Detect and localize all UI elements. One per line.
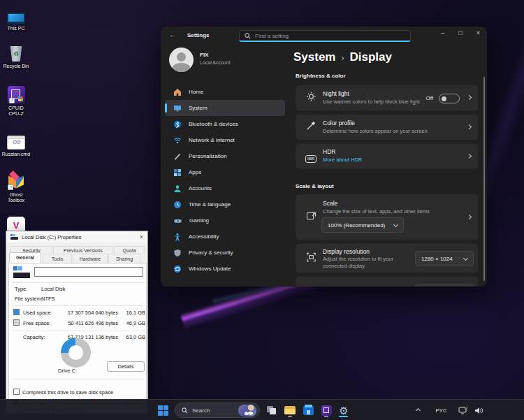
dialog-close-button[interactable]: × [140,233,143,240]
used-space-bytes: 17 307 504 640 bytes [54,310,118,316]
sidebar-item-apps[interactable]: Apps [165,164,285,180]
desktop-icon-recycle-bin[interactable]: ♻ Recycle Bin [0,42,32,69]
tab-sharing[interactable]: Sharing [108,254,140,263]
network-icon[interactable] [458,407,467,414]
card-subtitle: Change the size of text, apps, and other… [323,208,430,215]
person-icon [173,184,182,193]
volume-label-input[interactable] [34,267,143,277]
cpuz-taskbar-button[interactable] [319,403,334,418]
free-space-bytes: 50 411 626 496 bytes [54,320,118,326]
compress-checkbox[interactable] [13,389,20,395]
section-header-brightness: Brightness & color [296,73,346,79]
sidebar-item-label: System [189,105,208,111]
taskbar-search-box[interactable]: Search [175,403,260,418]
used-space-size: 16,1 GB [117,310,145,316]
scrollbar[interactable] [483,77,485,281]
partial-dropdown[interactable] [415,284,474,287]
sidebar-item-label: Accounts [189,185,212,191]
home-icon [173,88,182,96]
compress-checkbox-label[interactable]: Compress this drive to save disk space [22,389,145,396]
scale-dropdown[interactable]: 100% (Recommended) [321,217,404,233]
system-icon [173,104,182,113]
sidebar-item-system[interactable]: System [165,100,285,116]
sidebar-item-time-language[interactable]: Time & language [165,196,285,212]
chevron-down-icon [393,222,398,226]
chevron-right-icon [467,153,472,158]
search-icon [182,407,188,414]
hdr-card[interactable]: HDR HDR More about HDR [296,143,479,169]
minimize-button[interactable]: – [441,29,444,36]
breadcrumb-parent[interactable]: System [293,50,335,64]
chevron-right-icon [467,214,472,219]
color-profile-icon [305,121,317,133]
general-tab-page: Type: Local Disk File system: NTFS Used … [8,263,147,412]
resolution-dropdown[interactable]: 1280 × 1024 [415,251,474,266]
sidebar-item-bluetooth[interactable]: Bluetooth & devices [165,116,285,132]
sidebar-item-label: Personalization [189,153,227,159]
settings-taskbar-button[interactable]: ⚙ [336,403,351,418]
sidebar-item-gaming[interactable]: Gaming [165,212,285,229]
desktop-icon-label: Ghost Toolbox [3,192,29,203]
gear-icon: ⚙ [339,405,348,416]
sidebar-item-accessibility[interactable]: Accessibility [165,229,285,245]
free-space-label: Free space: [23,320,51,326]
card-title: Color profile [323,120,355,126]
sidebar-item-network[interactable]: Network & internet [165,132,285,148]
sidebar-item-windows-update[interactable]: Windows Update [165,261,285,277]
tab-hardware[interactable]: Hardware [73,254,108,263]
accessibility-icon [173,233,182,241]
gamepad-icon [173,217,182,225]
drive-label: Drive C: [58,368,77,374]
free-space-legend-swatch [13,319,20,326]
close-button[interactable]: × [476,29,480,36]
desktop-icon-ghost-toolbox[interactable]: ↗ Ghost Toolbox [0,171,32,203]
sidebar-item-accounts[interactable]: Accounts [165,180,285,196]
sidebar-item-home[interactable]: Home [165,84,285,100]
sidebar-item-label: Accessibility [189,233,219,240]
recycle-bin-icon: ♻ [0,42,32,61]
task-view-button[interactable] [264,403,279,418]
sidebar-item-label: Network & internet [189,137,235,143]
disk-usage-pie-chart [61,338,91,368]
sidebar-item-personalization[interactable]: Personalization [165,148,285,164]
breadcrumb: System › Display [293,50,392,64]
tab-general[interactable]: General [9,252,41,263]
desktop-icon-russian-cmd[interactable]: ⚙⚙ Russian.cmd [0,130,32,157]
search-highlight-weather-image [238,405,256,417]
sidebar-item-label: Privacy & security [189,249,233,256]
language-indicator[interactable]: РУС [435,407,447,414]
tab-tools[interactable]: Tools [43,254,72,263]
card-subtitle: Use warmer colors to help block blue lig… [323,99,420,105]
start-button[interactable] [155,403,170,418]
settings-search-input[interactable]: Find a setting [239,30,411,42]
dialog-title: Local Disk (C:) Properties [22,234,136,240]
volume-icon[interactable] [474,407,483,414]
update-icon [173,265,182,273]
night-light-toggle[interactable] [439,94,460,103]
hidden-icons-chevron[interactable] [416,407,421,412]
tab-quota[interactable]: Quota [114,246,145,254]
shortcut-arrow-icon: ↗ [8,184,13,190]
desktop-icon-cpuz[interactable]: ↗ CPUID CPU-Z [0,84,32,117]
search-placeholder: Search [192,407,234,414]
microsoft-store-button[interactable] [300,403,316,418]
hdr-learn-more-link[interactable]: More about HDR [323,157,362,163]
card-title: HDR [323,148,335,155]
desktop-icon-this-pc[interactable]: This PC [0,4,32,31]
running-indicator [288,416,292,417]
settings-nav: Home System Bluetooth & devices Network … [165,84,285,277]
maximize-button[interactable]: □ [458,29,462,36]
color-profile-card[interactable]: Color profile Determine how colors appea… [296,114,479,140]
back-button[interactable]: ← [169,31,176,38]
display-resolution-card[interactable]: Display resolution Adjust the resolution… [296,243,479,273]
sidebar-item-privacy[interactable]: Privacy & security [165,245,285,261]
partial-card[interactable] [296,276,479,287]
tab-previous-versions[interactable]: Previous Versions [53,246,113,254]
sidebar-item-label: Windows Update [189,266,231,272]
scale-card[interactable]: Scale Change the size of text, apps, and… [296,194,479,240]
avatar[interactable] [169,48,194,72]
details-button[interactable]: Details [107,361,145,372]
clock-icon [173,201,182,209]
night-light-card[interactable]: Night light Use warmer colors to help bl… [296,85,479,111]
file-explorer-button[interactable] [282,403,298,418]
